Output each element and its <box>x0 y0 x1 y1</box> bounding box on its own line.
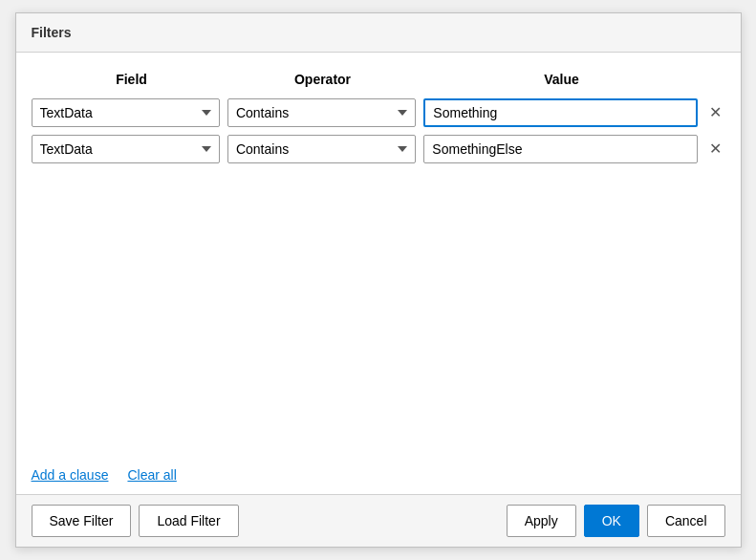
apply-button[interactable]: Apply <box>507 505 576 537</box>
dialog-header: Filters <box>16 13 741 53</box>
filters-dialog: Filters Field Operator Value TextData Nu… <box>15 12 742 548</box>
dialog-title: Filters <box>32 25 725 40</box>
column-headers: Field Operator Value <box>32 72 725 87</box>
dialog-footer: Save Filter Load Filter Apply OK Cancel <box>16 494 741 547</box>
operator-select-1[interactable]: Contains Equals StartsWith EndsWith <box>227 98 416 127</box>
column-header-field: Field <box>32 72 232 87</box>
filter-row: TextData NumericData DateData Contains E… <box>32 98 725 127</box>
ok-button[interactable]: OK <box>584 505 639 537</box>
remove-row-1-button[interactable]: ✕ <box>705 105 725 120</box>
cancel-button[interactable]: Cancel <box>647 505 725 537</box>
remove-row-2-button[interactable]: ✕ <box>705 141 725 157</box>
filter-row: TextData NumericData DateData Contains E… <box>32 135 725 163</box>
column-header-operator: Operator <box>232 72 414 87</box>
column-header-value: Value <box>414 72 710 87</box>
footer-left: Save Filter Load Filter <box>32 505 239 537</box>
dialog-body: Field Operator Value TextData NumericDat… <box>16 53 741 460</box>
footer-right: Apply OK Cancel <box>507 505 725 537</box>
load-filter-button[interactable]: Load Filter <box>139 505 238 537</box>
field-select-1[interactable]: TextData NumericData DateData <box>32 98 220 127</box>
operator-select-2[interactable]: Contains Equals StartsWith EndsWith <box>227 135 416 163</box>
value-input-1[interactable] <box>423 98 697 127</box>
dialog-links: Add a clause Clear all <box>16 460 741 494</box>
clear-all-button[interactable]: Clear all <box>127 467 176 483</box>
save-filter-button[interactable]: Save Filter <box>32 505 132 537</box>
field-select-2[interactable]: TextData NumericData DateData <box>32 135 220 163</box>
value-input-2[interactable] <box>423 135 697 163</box>
add-clause-button[interactable]: Add a clause <box>32 467 109 483</box>
